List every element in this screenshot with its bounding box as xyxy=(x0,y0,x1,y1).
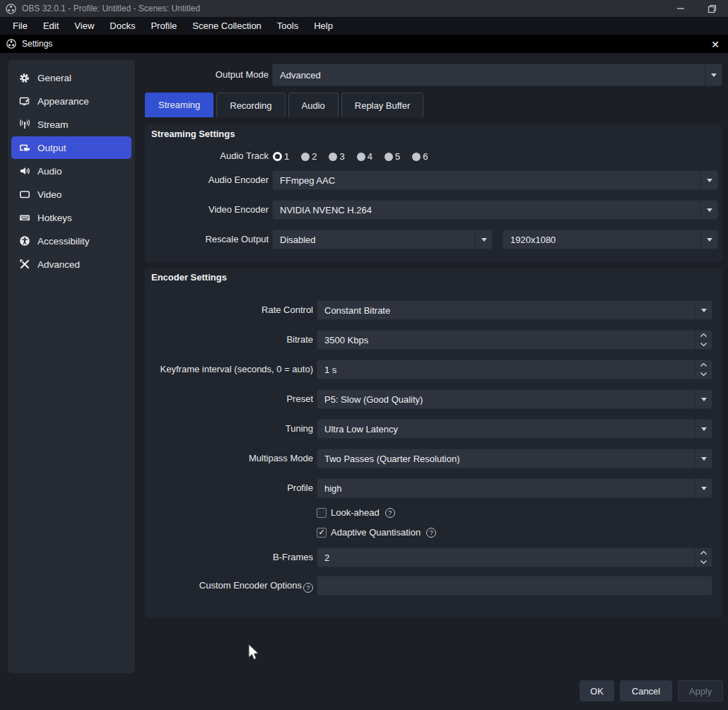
bitrate-spinner[interactable]: 3500 Kbps xyxy=(317,330,712,350)
custom-encoder-options-input[interactable] xyxy=(317,576,712,596)
audio-encoder-label: Audio Encoder xyxy=(163,170,269,190)
adaptive-quantisation-checkbox[interactable]: ✓ Adaptive Quantisation? xyxy=(317,527,436,538)
audio-track-6-radio[interactable]: 6 xyxy=(412,151,428,162)
sidebar-item-stream[interactable]: Stream xyxy=(11,113,131,136)
keyframe-interval-spinner[interactable]: 1 s xyxy=(317,360,712,379)
display-pencil-icon xyxy=(18,95,30,107)
menu-tools[interactable]: Tools xyxy=(269,17,306,35)
minimize-button[interactable] xyxy=(664,0,696,17)
menu-bar: File Edit View Docks Profile Scene Colle… xyxy=(0,17,728,35)
chevron-down-icon xyxy=(711,73,717,77)
audio-track-2-radio[interactable]: 2 xyxy=(301,151,317,162)
spin-down-icon[interactable] xyxy=(695,557,712,567)
obs-logo-icon xyxy=(6,4,16,14)
output-mode-select[interactable]: Advanced xyxy=(272,64,722,86)
sidebar-item-general[interactable]: General xyxy=(11,66,131,89)
sidebar-item-label: Hotkeys xyxy=(37,213,72,223)
chevron-down-icon xyxy=(701,457,707,461)
tuning-label: Tuning xyxy=(172,419,313,439)
bitrate-label: Bitrate xyxy=(172,330,313,350)
chevron-down-icon xyxy=(701,398,707,401)
sidebar-item-advanced[interactable]: Advanced xyxy=(11,253,131,276)
video-encoder-select[interactable]: NVIDIA NVENC H.264 xyxy=(272,200,718,220)
output-mode-label: Output Mode xyxy=(127,65,269,85)
sidebar-item-label: Appearance xyxy=(37,96,89,107)
multipass-mode-select[interactable]: Two Passes (Quarter Resolution) xyxy=(317,449,712,468)
sidebar-item-hotkeys[interactable]: Hotkeys xyxy=(11,206,131,229)
sidebar-item-output[interactable]: Output xyxy=(11,136,131,159)
rate-control-label: Rate Control xyxy=(172,300,313,320)
apply-button[interactable]: Apply xyxy=(678,680,723,702)
minimize-icon xyxy=(676,4,685,13)
menu-scene-collection[interactable]: Scene Collection xyxy=(184,17,269,35)
person-circle-icon xyxy=(18,235,30,247)
spin-down-icon[interactable] xyxy=(695,340,712,350)
sidebar-item-label: Output xyxy=(37,143,66,153)
multipass-mode-label: Multipass Mode xyxy=(172,449,313,468)
sidebar-item-label: Advanced xyxy=(37,259,80,270)
radio-icon xyxy=(357,153,365,161)
window-titlebar: OBS 32.0.1 - Profile: Untitled - Scenes:… xyxy=(0,0,728,17)
sidebar-item-label: Audio xyxy=(37,166,62,177)
tab-audio[interactable]: Audio xyxy=(288,93,339,117)
spin-up-icon[interactable] xyxy=(695,360,712,369)
sidebar-item-audio[interactable]: Audio xyxy=(11,160,131,182)
sidebar-item-appearance[interactable]: Appearance xyxy=(11,90,131,112)
sidebar-item-label: Accessibility xyxy=(37,236,90,247)
rescale-output-select[interactable]: Disabled xyxy=(272,230,493,249)
menu-docks[interactable]: Docks xyxy=(102,17,143,35)
tab-streaming[interactable]: Streaming xyxy=(145,93,213,117)
audio-track-4-radio[interactable]: 4 xyxy=(357,151,372,162)
spin-down-icon[interactable] xyxy=(695,369,712,379)
speaker-icon xyxy=(18,165,30,177)
sidebar-item-label: Stream xyxy=(37,119,69,130)
settings-titlebar: Settings xyxy=(0,35,728,53)
streaming-settings-header: Streaming Settings xyxy=(151,129,235,139)
chevron-down-icon xyxy=(701,487,707,490)
chevron-down-icon xyxy=(707,238,712,242)
profile-label: Profile xyxy=(172,478,313,498)
checkbox-checked-icon: ✓ xyxy=(317,528,327,538)
help-icon[interactable]: ? xyxy=(385,508,395,518)
display-camera-icon xyxy=(18,142,30,154)
obs-logo-icon xyxy=(6,39,16,49)
help-icon[interactable]: ? xyxy=(426,528,436,538)
tab-recording[interactable]: Recording xyxy=(216,93,285,117)
monitor-icon xyxy=(18,189,30,201)
encoder-settings-header: Encoder Settings xyxy=(151,272,227,283)
window-title: OBS 32.0.1 - Profile: Untitled - Scenes:… xyxy=(22,4,200,13)
preset-label: Preset xyxy=(172,389,313,409)
cancel-button[interactable]: Cancel xyxy=(620,680,672,702)
menu-file[interactable]: File xyxy=(5,17,35,35)
sidebar-item-video[interactable]: Video xyxy=(11,183,131,206)
radio-checked-icon xyxy=(273,152,282,161)
menu-profile[interactable]: Profile xyxy=(143,17,184,35)
b-frames-spinner[interactable]: 2 xyxy=(317,548,712,567)
look-ahead-checkbox[interactable]: Look-ahead? xyxy=(317,507,395,518)
close-button[interactable]: ✕ xyxy=(708,37,722,52)
menu-view[interactable]: View xyxy=(66,17,102,35)
audio-track-3-radio[interactable]: 3 xyxy=(329,151,344,162)
settings-title: Settings xyxy=(22,39,52,49)
tab-replay-buffer[interactable]: Replay Buffer xyxy=(341,93,424,117)
preset-select[interactable]: P5: Slow (Good Quality) xyxy=(317,389,712,409)
menu-edit[interactable]: Edit xyxy=(35,17,66,35)
ok-button[interactable]: OK xyxy=(580,680,614,702)
spin-up-icon[interactable] xyxy=(695,548,712,557)
custom-encoder-options-label: Custom Encoder Options? xyxy=(151,576,313,596)
sidebar-item-label: Video xyxy=(37,189,61,200)
rescale-resolution-select[interactable]: 1920x1080 xyxy=(503,230,718,249)
menu-help[interactable]: Help xyxy=(306,17,341,35)
audio-track-5-radio[interactable]: 5 xyxy=(384,151,400,162)
rate-control-select[interactable]: Constant Bitrate xyxy=(317,300,712,320)
restore-button[interactable] xyxy=(696,0,728,17)
audio-track-1-radio[interactable]: 1 xyxy=(273,151,289,162)
help-icon[interactable]: ? xyxy=(303,583,313,593)
tuning-select[interactable]: Ultra Low Latency xyxy=(317,419,712,439)
spin-up-icon[interactable] xyxy=(695,331,712,340)
b-frames-label: B-Frames xyxy=(172,548,313,567)
profile-select[interactable]: high xyxy=(317,478,712,498)
gear-icon xyxy=(18,72,30,84)
sidebar-item-accessibility[interactable]: Accessibility xyxy=(11,230,131,252)
audio-encoder-select[interactable]: FFmpeg AAC xyxy=(272,170,718,190)
